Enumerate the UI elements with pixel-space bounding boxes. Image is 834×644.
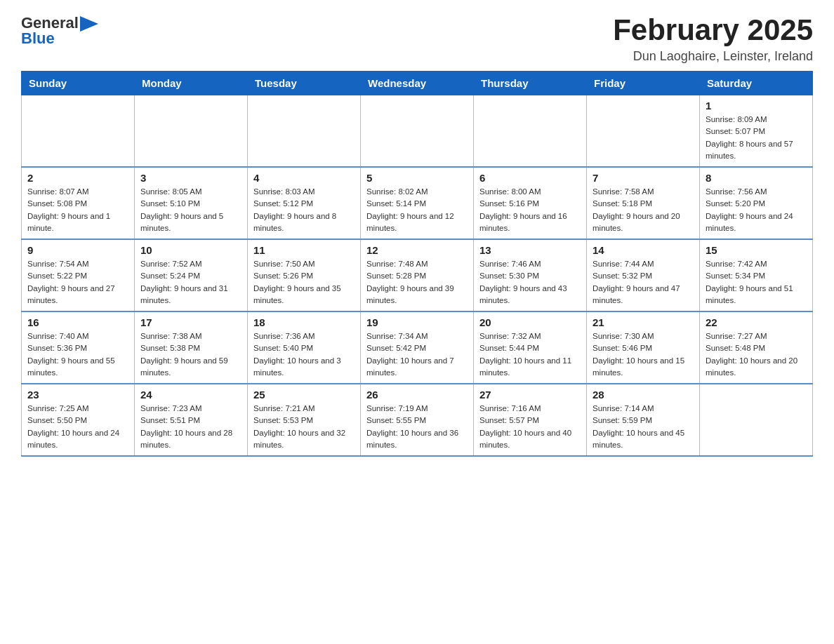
calendar-table: Sunday Monday Tuesday Wednesday Thursday… [21, 71, 813, 457]
day-number: 18 [253, 316, 355, 328]
header-row: Sunday Monday Tuesday Wednesday Thursday… [22, 72, 813, 95]
calendar-cell-w2-d4: 5Sunrise: 8:02 AMSunset: 5:14 PMDaylight… [361, 167, 474, 239]
day-info: Sunrise: 7:42 AMSunset: 5:34 PMDaylight:… [706, 258, 807, 307]
day-info: Sunrise: 8:07 AMSunset: 5:08 PMDaylight:… [27, 186, 128, 234]
calendar-cell-w4-d3: 18Sunrise: 7:36 AMSunset: 5:40 PMDayligh… [248, 311, 361, 384]
day-number: 17 [140, 316, 241, 328]
calendar-cell-w3-d1: 9Sunrise: 7:54 AMSunset: 5:22 PMDaylight… [22, 239, 135, 311]
calendar-week-2: 2Sunrise: 8:07 AMSunset: 5:08 PMDaylight… [22, 167, 813, 239]
day-info: Sunrise: 7:48 AMSunset: 5:28 PMDaylight:… [366, 258, 468, 307]
calendar-cell-w1-d4 [361, 95, 474, 168]
day-number: 7 [593, 172, 694, 184]
day-number: 23 [27, 389, 128, 401]
day-number: 11 [253, 244, 355, 256]
day-number: 8 [706, 172, 807, 184]
calendar-cell-w1-d7: 1Sunrise: 8:09 AMSunset: 5:07 PMDaylight… [700, 95, 813, 168]
day-info: Sunrise: 7:56 AMSunset: 5:20 PMDaylight:… [706, 186, 807, 234]
col-thursday: Thursday [474, 72, 587, 95]
day-number: 14 [593, 244, 694, 256]
day-number: 12 [366, 244, 468, 256]
col-sunday: Sunday [22, 72, 135, 95]
calendar-cell-w2-d1: 2Sunrise: 8:07 AMSunset: 5:08 PMDaylight… [22, 167, 135, 239]
calendar-cell-w2-d7: 8Sunrise: 7:56 AMSunset: 5:20 PMDaylight… [700, 167, 813, 239]
calendar-cell-w2-d3: 4Sunrise: 8:03 AMSunset: 5:12 PMDaylight… [248, 167, 361, 239]
day-info: Sunrise: 8:02 AMSunset: 5:14 PMDaylight:… [366, 186, 468, 234]
calendar-cell-w4-d7: 22Sunrise: 7:27 AMSunset: 5:48 PMDayligh… [700, 311, 813, 384]
day-info: Sunrise: 7:54 AMSunset: 5:22 PMDaylight:… [27, 258, 128, 307]
col-saturday: Saturday [700, 72, 813, 95]
day-info: Sunrise: 7:19 AMSunset: 5:55 PMDaylight:… [366, 403, 468, 451]
day-info: Sunrise: 7:16 AMSunset: 5:57 PMDaylight:… [479, 403, 581, 451]
day-number: 22 [706, 316, 807, 328]
day-number: 24 [140, 389, 241, 401]
calendar-cell-w5-d6: 28Sunrise: 7:14 AMSunset: 5:59 PMDayligh… [587, 384, 700, 456]
logo-blue-text: Blue [21, 29, 55, 48]
day-number: 1 [706, 100, 807, 112]
calendar-cell-w4-d5: 20Sunrise: 7:32 AMSunset: 5:44 PMDayligh… [474, 311, 587, 384]
day-info: Sunrise: 7:44 AMSunset: 5:32 PMDaylight:… [593, 258, 694, 307]
day-info: Sunrise: 7:21 AMSunset: 5:53 PMDaylight:… [253, 403, 355, 451]
day-info: Sunrise: 7:36 AMSunset: 5:40 PMDaylight:… [253, 330, 355, 379]
day-info: Sunrise: 7:46 AMSunset: 5:30 PMDaylight:… [479, 258, 581, 307]
calendar-cell-w4-d4: 19Sunrise: 7:34 AMSunset: 5:42 PMDayligh… [361, 311, 474, 384]
day-info: Sunrise: 8:00 AMSunset: 5:16 PMDaylight:… [479, 186, 581, 234]
day-number: 20 [479, 316, 581, 328]
logo: General Blue [21, 14, 98, 48]
day-info: Sunrise: 8:09 AMSunset: 5:07 PMDaylight:… [706, 114, 807, 162]
day-info: Sunrise: 7:23 AMSunset: 5:51 PMDaylight:… [140, 403, 241, 451]
calendar-cell-w3-d2: 10Sunrise: 7:52 AMSunset: 5:24 PMDayligh… [135, 239, 248, 311]
day-number: 19 [366, 316, 468, 328]
calendar-cell-w3-d6: 14Sunrise: 7:44 AMSunset: 5:32 PMDayligh… [587, 239, 700, 311]
calendar-cell-w5-d3: 25Sunrise: 7:21 AMSunset: 5:53 PMDayligh… [248, 384, 361, 456]
calendar-cell-w5-d2: 24Sunrise: 7:23 AMSunset: 5:51 PMDayligh… [135, 384, 248, 456]
svg-marker-0 [80, 16, 98, 32]
day-number: 13 [479, 244, 581, 256]
calendar-cell-w1-d5 [474, 95, 587, 168]
calendar-cell-w5-d4: 26Sunrise: 7:19 AMSunset: 5:55 PMDayligh… [361, 384, 474, 456]
calendar-cell-w5-d5: 27Sunrise: 7:16 AMSunset: 5:57 PMDayligh… [474, 384, 587, 456]
calendar-week-5: 23Sunrise: 7:25 AMSunset: 5:50 PMDayligh… [22, 384, 813, 456]
calendar-cell-w1-d2 [135, 95, 248, 168]
location-subtitle: Dun Laoghaire, Leinster, Ireland [613, 49, 813, 64]
calendar-header: Sunday Monday Tuesday Wednesday Thursday… [22, 72, 813, 95]
day-info: Sunrise: 7:38 AMSunset: 5:38 PMDaylight:… [140, 330, 241, 379]
calendar-week-1: 1Sunrise: 8:09 AMSunset: 5:07 PMDaylight… [22, 95, 813, 168]
day-info: Sunrise: 7:58 AMSunset: 5:18 PMDaylight:… [593, 186, 694, 234]
title-block: February 2025 Dun Laoghaire, Leinster, I… [613, 14, 813, 64]
day-number: 6 [479, 172, 581, 184]
calendar-cell-w5-d1: 23Sunrise: 7:25 AMSunset: 5:50 PMDayligh… [22, 384, 135, 456]
calendar-cell-w2-d5: 6Sunrise: 8:00 AMSunset: 5:16 PMDaylight… [474, 167, 587, 239]
calendar-cell-w4-d1: 16Sunrise: 7:40 AMSunset: 5:36 PMDayligh… [22, 311, 135, 384]
day-info: Sunrise: 7:32 AMSunset: 5:44 PMDaylight:… [479, 330, 581, 379]
day-number: 27 [479, 389, 581, 401]
calendar-cell-w3-d4: 12Sunrise: 7:48 AMSunset: 5:28 PMDayligh… [361, 239, 474, 311]
day-info: Sunrise: 7:14 AMSunset: 5:59 PMDaylight:… [593, 403, 694, 451]
day-info: Sunrise: 7:25 AMSunset: 5:50 PMDaylight:… [27, 403, 128, 451]
calendar-cell-w1-d3 [248, 95, 361, 168]
calendar-cell-w4-d2: 17Sunrise: 7:38 AMSunset: 5:38 PMDayligh… [135, 311, 248, 384]
day-info: Sunrise: 7:34 AMSunset: 5:42 PMDaylight:… [366, 330, 468, 379]
calendar-cell-w3-d3: 11Sunrise: 7:50 AMSunset: 5:26 PMDayligh… [248, 239, 361, 311]
day-info: Sunrise: 7:30 AMSunset: 5:46 PMDaylight:… [593, 330, 694, 379]
col-monday: Monday [135, 72, 248, 95]
month-title: February 2025 [613, 14, 813, 46]
col-friday: Friday [587, 72, 700, 95]
calendar-cell-w1-d6 [587, 95, 700, 168]
day-number: 25 [253, 389, 355, 401]
day-info: Sunrise: 7:40 AMSunset: 5:36 PMDaylight:… [27, 330, 128, 379]
calendar-cell-w2-d2: 3Sunrise: 8:05 AMSunset: 5:10 PMDaylight… [135, 167, 248, 239]
logo-triangle-icon [80, 16, 98, 32]
day-number: 5 [366, 172, 468, 184]
day-info: Sunrise: 7:27 AMSunset: 5:48 PMDaylight:… [706, 330, 807, 379]
day-number: 10 [140, 244, 241, 256]
day-number: 4 [253, 172, 355, 184]
day-info: Sunrise: 7:52 AMSunset: 5:24 PMDaylight:… [140, 258, 241, 307]
day-number: 9 [27, 244, 128, 256]
day-number: 21 [593, 316, 694, 328]
day-info: Sunrise: 8:05 AMSunset: 5:10 PMDaylight:… [140, 186, 241, 234]
day-number: 26 [366, 389, 468, 401]
day-number: 3 [140, 172, 241, 184]
calendar-week-4: 16Sunrise: 7:40 AMSunset: 5:36 PMDayligh… [22, 311, 813, 384]
calendar-cell-w2-d6: 7Sunrise: 7:58 AMSunset: 5:18 PMDaylight… [587, 167, 700, 239]
calendar-cell-w3-d5: 13Sunrise: 7:46 AMSunset: 5:30 PMDayligh… [474, 239, 587, 311]
